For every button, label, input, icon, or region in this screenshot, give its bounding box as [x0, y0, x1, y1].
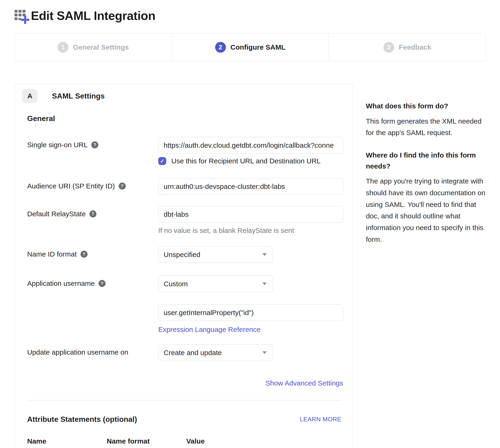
field-label-cell: Update application username on [27, 344, 158, 356]
saml-app-icon [15, 7, 29, 24]
section-a-badge: A [22, 89, 37, 103]
relay-state-row: Default RelayState ? If no value is set,… [27, 206, 341, 235]
help-section-body: The app you're trying to integrate with … [366, 175, 486, 245]
help-icon[interactable]: ? [119, 183, 126, 190]
help-icon[interactable]: ? [98, 280, 106, 287]
update-username-label: Update application username on [27, 348, 128, 356]
step-wizard: 1 General Settings 2 Configure SAML 3 Fe… [15, 33, 486, 61]
column-header-value: Value [186, 437, 205, 445]
sso-url-label: Single sign-on URL [27, 141, 88, 149]
advanced-settings-row: Show Advanced Settings [27, 379, 343, 387]
caret-down-icon [262, 351, 267, 354]
attribute-statements-header: Attribute Statements (optional) LEARN MO… [27, 415, 341, 424]
custom-expression-input[interactable] [158, 304, 343, 321]
field-label-cell: Name ID format ? [27, 246, 158, 258]
field-control-cell: Create and update [158, 344, 343, 361]
update-username-select[interactable]: Create and update [158, 344, 273, 361]
attribute-statements-columns: Name Name format Value [27, 437, 341, 445]
help-icon[interactable]: ? [81, 251, 88, 258]
saml-settings-card: A SAML Settings General Single sign-on U… [15, 83, 353, 448]
selected-value: Custom [164, 280, 262, 288]
name-id-format-select[interactable]: Unspecified [158, 246, 273, 263]
card-heading: SAML Settings [52, 92, 105, 100]
relay-state-hint: If no value is set, a blank RelayState i… [158, 226, 343, 235]
help-section: Where do I find the info this form needs… [366, 150, 486, 245]
content-area: A SAML Settings General Single sign-on U… [15, 83, 486, 448]
name-id-format-row: Name ID format ? Unspecified [27, 246, 341, 263]
saml-form: Single sign-on URL ? ✓ Use this for Reci… [27, 137, 341, 445]
show-advanced-settings-link[interactable]: Show Advanced Settings [265, 379, 343, 387]
recipient-url-checkbox-row: ✓ Use this for Recipient URL and Destina… [158, 157, 343, 165]
field-control-cell: ✓ Use this for Recipient URL and Destina… [158, 137, 343, 165]
general-section-title: General [27, 114, 341, 123]
column-header-name: Name [27, 437, 107, 445]
recipient-url-checkbox[interactable]: ✓ [158, 157, 166, 165]
selected-value: Create and update [164, 349, 262, 357]
step-general-settings[interactable]: 1 General Settings [15, 33, 172, 61]
audience-uri-input[interactable] [158, 178, 343, 195]
field-control-cell: Expression Language Reference [158, 304, 343, 334]
custom-expression-row: Expression Language Reference [27, 304, 341, 334]
relay-state-input[interactable] [158, 206, 343, 223]
expression-language-reference-link[interactable]: Expression Language Reference [158, 326, 260, 334]
selected-value: Unspecified [164, 251, 262, 259]
help-section-heading: Where do I find the info this form needs… [366, 150, 486, 172]
name-id-format-label: Name ID format [27, 250, 77, 258]
caret-down-icon [262, 253, 267, 256]
plus-icon [21, 16, 29, 24]
relay-state-label: Default RelayState [27, 210, 86, 218]
field-control-cell: Custom [158, 275, 343, 292]
step-number-badge: 1 [58, 42, 68, 53]
help-section-heading: What does this form do? [366, 101, 486, 112]
application-username-row: Application username ? Custom [27, 275, 341, 292]
card-header: A SAML Settings [27, 89, 341, 103]
attribute-statements-heading: Attribute Statements (optional) [27, 415, 300, 424]
help-icon[interactable]: ? [89, 210, 97, 217]
recipient-url-checkbox-label: Use this for Recipient URL and Destinati… [171, 157, 321, 165]
help-section-body: This form generates the XML needed for t… [366, 115, 486, 139]
field-control-cell: Unspecified [158, 246, 343, 263]
update-username-row: Update application username on Create an… [27, 344, 341, 361]
field-control-cell: If no value is set, a blank RelayState i… [158, 206, 343, 235]
field-label-cell: Single sign-on URL ? [27, 137, 158, 149]
learn-more-link[interactable]: LEARN MORE [300, 416, 341, 423]
step-label: General Settings [73, 43, 129, 51]
field-label-cell: Application username ? [27, 275, 158, 288]
audience-uri-label: Audience URI (SP Entity ID) [27, 182, 115, 190]
step-feedback[interactable]: 3 Feedback [329, 33, 486, 61]
application-username-select[interactable]: Custom [158, 275, 273, 292]
help-icon[interactable]: ? [91, 141, 98, 148]
field-label-cell: Default RelayState ? [27, 206, 158, 218]
field-control-cell [158, 178, 343, 195]
application-username-label: Application username [27, 279, 95, 288]
step-label: Configure SAML [231, 43, 286, 51]
column-header-name-format: Name format [107, 437, 186, 445]
step-configure-saml[interactable]: 2 Configure SAML [172, 33, 329, 61]
help-section: What does this form do? This form genera… [366, 101, 486, 139]
audience-uri-row: Audience URI (SP Entity ID) ? [27, 178, 341, 195]
step-label: Feedback [399, 43, 431, 51]
help-sidebar: What does this form do? This form genera… [366, 83, 486, 245]
page-header: Edit SAML Integration [15, 7, 500, 24]
sso-url-input[interactable] [158, 137, 343, 154]
step-number-badge: 3 [383, 42, 394, 53]
step-number-badge: 2 [215, 42, 226, 53]
caret-down-icon [262, 283, 267, 285]
field-label-cell: Audience URI (SP Entity ID) ? [27, 178, 158, 190]
page-title: Edit SAML Integration [31, 9, 155, 23]
section-divider [27, 400, 341, 400]
sso-url-row: Single sign-on URL ? ✓ Use this for Reci… [27, 137, 341, 165]
field-label-cell [27, 304, 158, 308]
